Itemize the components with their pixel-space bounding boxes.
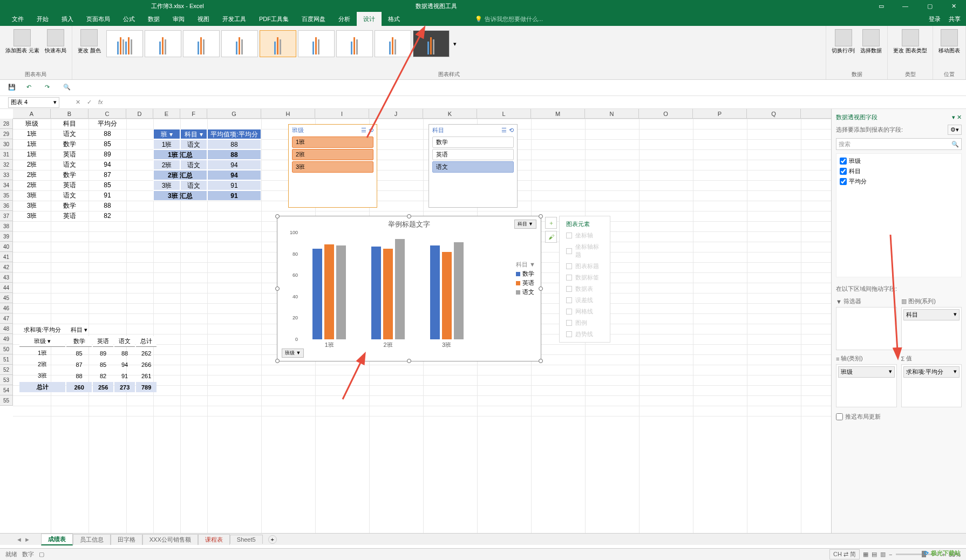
cell[interactable]: 91 bbox=[89, 190, 126, 201]
chart-style-3[interactable] bbox=[183, 30, 220, 57]
chart-style-6[interactable] bbox=[298, 30, 335, 57]
cell[interactable]: 数学 bbox=[51, 170, 89, 180]
pivot-cell[interactable]: 语文 bbox=[180, 139, 207, 149]
col-header[interactable]: Q bbox=[747, 109, 801, 118]
slicer-item[interactable]: 1班 bbox=[292, 136, 373, 148]
col-header[interactable]: C bbox=[89, 109, 126, 118]
multiselect-icon[interactable]: ☰ bbox=[361, 127, 366, 134]
move-chart-button[interactable]: 移动图表 bbox=[936, 28, 962, 55]
pane-options-icon[interactable]: ▾ bbox=[952, 114, 955, 120]
multiselect-icon[interactable]: ☰ bbox=[501, 127, 507, 134]
row-header[interactable]: 47 bbox=[0, 313, 12, 324]
sheet-tab[interactable]: XXX公司销售额 bbox=[142, 534, 198, 545]
checkbox-icon[interactable] bbox=[566, 263, 572, 269]
record-macro-icon[interactable]: ▢ bbox=[39, 551, 44, 557]
legend-item[interactable]: 数学 bbox=[516, 270, 535, 278]
slicer-item[interactable]: 英语 bbox=[432, 149, 514, 160]
tab-layout[interactable]: 页面布局 bbox=[80, 12, 117, 26]
tell-me[interactable]: 💡告诉我您想要做什么... bbox=[475, 15, 543, 23]
row-header[interactable]: 42 bbox=[0, 262, 12, 272]
slicer-item[interactable]: 3班 bbox=[292, 161, 373, 173]
col-header[interactable]: G bbox=[207, 109, 261, 118]
tab-home[interactable]: 开始 bbox=[30, 12, 55, 26]
cell[interactable]: 87 bbox=[89, 170, 126, 180]
row-header[interactable]: 44 bbox=[0, 283, 12, 293]
pivot-cell[interactable]: 88 bbox=[207, 139, 261, 149]
bar[interactable] bbox=[442, 252, 452, 339]
ribbon-options-icon[interactable]: ▭ bbox=[869, 0, 893, 12]
tab-review[interactable]: 审阅 bbox=[166, 12, 191, 26]
field-checkbox[interactable] bbox=[840, 158, 847, 165]
row-header[interactable]: 51 bbox=[0, 354, 12, 365]
area-item[interactable]: 科目▾ bbox=[903, 309, 960, 320]
col-header[interactable]: O bbox=[639, 109, 693, 118]
cell[interactable]: 语文 bbox=[51, 160, 89, 170]
add-chart-element-button[interactable]: 添加图表 元素 bbox=[3, 28, 42, 55]
area-item[interactable]: 求和项:平均分▾ bbox=[903, 366, 960, 378]
col-header[interactable]: A bbox=[13, 109, 51, 118]
chart-style-1[interactable] bbox=[106, 30, 143, 57]
field-item[interactable]: 平均分 bbox=[839, 176, 959, 187]
checkbox-icon[interactable] bbox=[566, 309, 572, 315]
resize-handle[interactable] bbox=[407, 359, 411, 363]
ime-indicator[interactable]: CH ⇄ 简 bbox=[829, 549, 860, 559]
cell[interactable]: 82 bbox=[89, 211, 126, 221]
pivot-cell[interactable]: 班 ▾ bbox=[153, 129, 180, 139]
checkbox-icon[interactable] bbox=[566, 320, 572, 326]
row-header[interactable]: 40 bbox=[0, 242, 12, 252]
chart-elements-menu[interactable]: 图表元素 坐标轴 坐标轴标题 图表标题 数据标签 数据表 误差线 网格线 图例 … bbox=[559, 216, 610, 343]
pivot-cell[interactable]: 1班 bbox=[153, 139, 180, 149]
checkbox-icon[interactable] bbox=[566, 275, 572, 281]
row-header[interactable]: 55 bbox=[0, 395, 12, 406]
name-box[interactable]: 图表 4▾ bbox=[8, 97, 59, 108]
area-axis[interactable]: ≡轴(类别)班级▾ bbox=[836, 354, 897, 407]
tab-pdf[interactable]: PDF工具集 bbox=[253, 12, 295, 26]
undo-icon[interactable]: ↶ bbox=[26, 84, 35, 92]
clear-filter-icon[interactable]: ⟲ bbox=[509, 127, 514, 134]
chart-style-4[interactable] bbox=[221, 30, 258, 57]
row-header[interactable]: 52 bbox=[0, 365, 12, 375]
row-header[interactable]: 49 bbox=[0, 334, 12, 344]
pivot-cell[interactable]: 2班 汇总 bbox=[153, 170, 207, 180]
cell[interactable]: 2班 bbox=[13, 160, 51, 170]
pivot-cell[interactable]: 91 bbox=[207, 180, 261, 190]
col-header[interactable]: H bbox=[261, 109, 315, 118]
pivot-cell[interactable]: 88 bbox=[207, 149, 261, 160]
row-header[interactable]: 30 bbox=[0, 139, 12, 149]
bar[interactable] bbox=[312, 249, 322, 339]
cell[interactable]: 2班 bbox=[13, 170, 51, 180]
pivot-cell[interactable]: 平均值项:平均分 bbox=[207, 129, 261, 139]
view-pagelayout-icon[interactable]: ▤ bbox=[872, 551, 877, 558]
bar[interactable] bbox=[383, 249, 393, 339]
row-header[interactable]: 39 bbox=[0, 231, 12, 242]
select-data-button[interactable]: 选择数据 bbox=[858, 28, 884, 55]
tab-format[interactable]: 格式 bbox=[382, 12, 406, 26]
row-header[interactable]: 36 bbox=[0, 201, 12, 211]
row-header[interactable]: 32 bbox=[0, 160, 12, 170]
col-header[interactable]: B bbox=[51, 109, 89, 118]
checkbox-icon[interactable] bbox=[566, 248, 572, 254]
cell[interactable]: 数学 bbox=[51, 201, 89, 211]
cell[interactable]: 平均分 bbox=[89, 119, 126, 129]
quick-layout-button[interactable]: 快速布局 bbox=[43, 28, 69, 55]
bar[interactable] bbox=[371, 247, 381, 339]
plot-area[interactable] bbox=[300, 233, 476, 339]
checkbox-icon[interactable] bbox=[566, 297, 572, 303]
col-header[interactable]: J bbox=[369, 109, 423, 118]
resize-handle[interactable] bbox=[407, 214, 411, 218]
resize-handle[interactable] bbox=[275, 359, 280, 363]
cell[interactable]: 89 bbox=[89, 149, 126, 160]
cell[interactable]: 英语 bbox=[51, 211, 89, 221]
legend-item[interactable]: 语文 bbox=[516, 288, 535, 296]
slicer-class[interactable]: 班级☰⟲ 1班 2班 3班 bbox=[288, 124, 377, 208]
row-header[interactable]: 48 bbox=[0, 324, 12, 334]
change-chart-type-button[interactable]: 更改 图表类型 bbox=[891, 28, 929, 55]
bar[interactable] bbox=[336, 245, 346, 339]
tab-next-icon[interactable]: ► bbox=[24, 536, 30, 543]
row-header[interactable]: 45 bbox=[0, 293, 12, 303]
view-normal-icon[interactable]: ▦ bbox=[863, 551, 868, 558]
col-header[interactable]: F bbox=[180, 109, 207, 118]
sheet-tab[interactable]: 田字格 bbox=[111, 534, 142, 545]
pivot-chart[interactable]: 举例标题文字 科目 ▼ 班级 ▼ 100806040200 1班2班3班 科目 … bbox=[277, 216, 541, 361]
summary-pivot-table[interactable]: 求和项:平均分科目 ▾班级 ▾数学英语语文总计1班8589882622班8785… bbox=[18, 324, 158, 393]
